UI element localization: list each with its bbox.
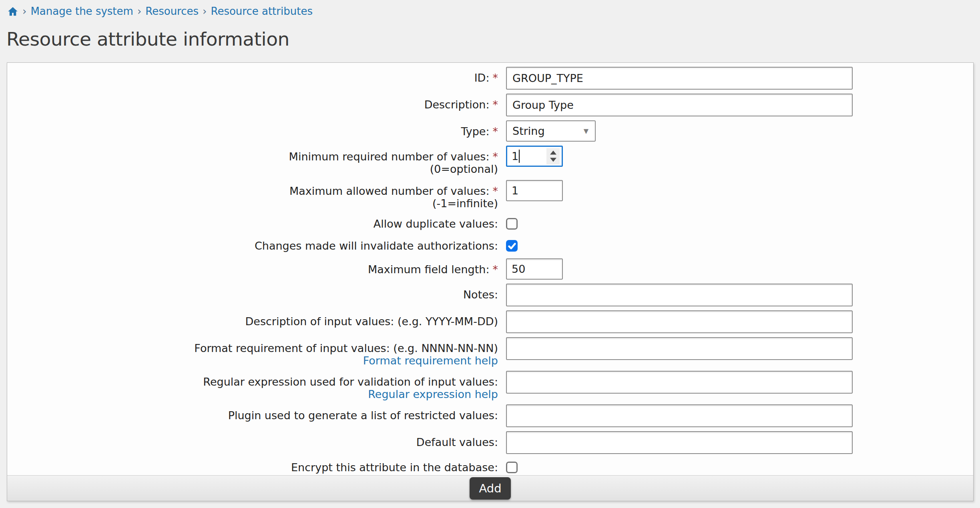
notes-field[interactable] bbox=[506, 284, 853, 306]
sub-label: (0=optional) bbox=[7, 163, 498, 175]
form-row-max-values: Maximum allowed number of values:* (-1=i… bbox=[7, 180, 973, 210]
format-requirement-help-link[interactable]: Format requirement help bbox=[7, 354, 498, 367]
id-field[interactable] bbox=[506, 67, 853, 90]
chevron-down-icon: ▼ bbox=[584, 127, 588, 135]
spinner-down-icon[interactable] bbox=[550, 158, 556, 162]
type-select-value: String bbox=[512, 125, 545, 137]
label-text: Maximum allowed number of values: bbox=[289, 185, 490, 197]
encrypt-checkbox[interactable] bbox=[506, 462, 518, 473]
field-label: Default values: bbox=[7, 431, 498, 448]
form-row-default-values: Default values: bbox=[7, 431, 973, 454]
required-marker: * bbox=[493, 125, 498, 138]
label-text: Encrypt this attribute in the database: bbox=[291, 461, 498, 474]
allow-duplicates-checkbox[interactable] bbox=[506, 218, 518, 230]
form-row-format-requirement: Format requirement of input values: (e.g… bbox=[7, 337, 973, 367]
label-text: Changes made will invalidate authorizati… bbox=[255, 240, 498, 252]
input-values-description-field[interactable] bbox=[506, 310, 853, 333]
form-row-input-values-description: Description of input values: (e.g. YYYY-… bbox=[7, 310, 973, 333]
form-row-notes: Notes: bbox=[7, 284, 973, 306]
required-marker: * bbox=[493, 98, 498, 111]
form-row-type: Type:* String ▼ bbox=[7, 120, 973, 142]
text-caret bbox=[519, 150, 520, 163]
label-text: Format requirement of input values: (e.g… bbox=[194, 342, 498, 354]
add-button[interactable]: Add bbox=[470, 477, 510, 500]
max-values-field[interactable] bbox=[506, 180, 563, 201]
required-marker: * bbox=[493, 72, 498, 84]
max-field-length-field[interactable] bbox=[506, 258, 563, 280]
field-label: Type:* bbox=[7, 120, 498, 138]
field-label: Allow duplicate values: bbox=[7, 218, 498, 230]
regular-expression-help-link[interactable]: Regular expression help bbox=[7, 388, 498, 400]
format-requirement-field[interactable] bbox=[506, 337, 853, 360]
label-text: Minimum required number of values: bbox=[289, 150, 490, 163]
sub-label: (-1=infinite) bbox=[7, 197, 498, 210]
field-label: Encrypt this attribute in the database: bbox=[7, 461, 498, 474]
invalidate-authorizations-checkbox[interactable] bbox=[506, 240, 518, 252]
form-row-plugin: Plugin used to generate a list of restri… bbox=[7, 404, 973, 427]
breadcrumb-link-resource-attributes[interactable]: Resource attributes bbox=[211, 5, 312, 17]
label-text: Notes: bbox=[463, 288, 498, 301]
field-label: Description:* bbox=[7, 94, 498, 111]
form-row-min-values: Minimum required number of values:* (0=o… bbox=[7, 146, 973, 175]
required-marker: * bbox=[493, 263, 498, 276]
field-label: ID:* bbox=[7, 67, 498, 84]
label-text: Allow duplicate values: bbox=[374, 218, 498, 230]
default-values-field[interactable] bbox=[506, 431, 853, 454]
breadcrumb-separator: › bbox=[22, 5, 26, 17]
field-label: Plugin used to generate a list of restri… bbox=[7, 404, 498, 422]
page-title: Resource attribute information bbox=[6, 28, 980, 50]
breadcrumb-link-manage-the-system[interactable]: Manage the system bbox=[30, 5, 133, 17]
breadcrumb-link-resources[interactable]: Resources bbox=[145, 5, 199, 17]
label-text: Description: bbox=[424, 98, 490, 111]
form-row-id: ID:* bbox=[7, 67, 973, 90]
label-text: Maximum field length: bbox=[368, 263, 490, 276]
form-row-allow-duplicates: Allow duplicate values: bbox=[7, 214, 973, 233]
type-select[interactable]: String ▼ bbox=[506, 120, 596, 142]
field-label: Regular expression used for validation o… bbox=[7, 371, 498, 400]
label-text: Default values: bbox=[416, 436, 498, 448]
required-marker: * bbox=[493, 150, 498, 163]
label-text: Description of input values: (e.g. YYYY-… bbox=[245, 315, 498, 328]
form-row-invalidate-authorizations: Changes made will invalidate authorizati… bbox=[7, 236, 973, 255]
label-text: ID: bbox=[474, 72, 490, 84]
field-label: Format requirement of input values: (e.g… bbox=[7, 337, 498, 367]
label-text: Type: bbox=[461, 125, 489, 138]
breadcrumb-separator: › bbox=[137, 5, 141, 17]
form-footer: Add bbox=[7, 475, 973, 501]
form-row-description: Description:* bbox=[7, 94, 973, 116]
plugin-field[interactable] bbox=[506, 404, 853, 427]
field-label: Notes: bbox=[7, 284, 498, 301]
description-field[interactable] bbox=[506, 94, 853, 116]
resource-attribute-form: ID:* Description:* Type:* String ▼ bbox=[7, 62, 974, 501]
field-label: Changes made will invalidate authorizati… bbox=[7, 240, 498, 252]
breadcrumb: › Manage the system › Resources › Resour… bbox=[0, 0, 980, 18]
form-row-max-field-length: Maximum field length:* bbox=[7, 258, 973, 280]
field-label: Maximum allowed number of values:* (-1=i… bbox=[7, 180, 498, 210]
min-values-value: 1 bbox=[512, 150, 518, 162]
label-text: Plugin used to generate a list of restri… bbox=[228, 409, 498, 422]
number-spinner[interactable] bbox=[546, 148, 560, 164]
regular-expression-field[interactable] bbox=[506, 371, 853, 394]
form-row-encrypt: Encrypt this attribute in the database: bbox=[7, 458, 973, 477]
breadcrumb-separator: › bbox=[203, 5, 207, 17]
min-values-field[interactable]: 1 bbox=[506, 146, 563, 167]
home-icon[interactable] bbox=[7, 6, 18, 17]
required-marker: * bbox=[493, 185, 498, 197]
field-label: Maximum field length:* bbox=[7, 258, 498, 276]
form-body: ID:* Description:* Type:* String ▼ bbox=[7, 63, 973, 477]
field-label: Minimum required number of values:* (0=o… bbox=[7, 146, 498, 175]
label-text: Regular expression used for validation o… bbox=[203, 376, 498, 388]
spinner-up-icon[interactable] bbox=[550, 151, 556, 155]
form-row-regular-expression: Regular expression used for validation o… bbox=[7, 371, 973, 400]
checkmark-icon bbox=[508, 242, 516, 250]
field-label: Description of input values: (e.g. YYYY-… bbox=[7, 310, 498, 328]
